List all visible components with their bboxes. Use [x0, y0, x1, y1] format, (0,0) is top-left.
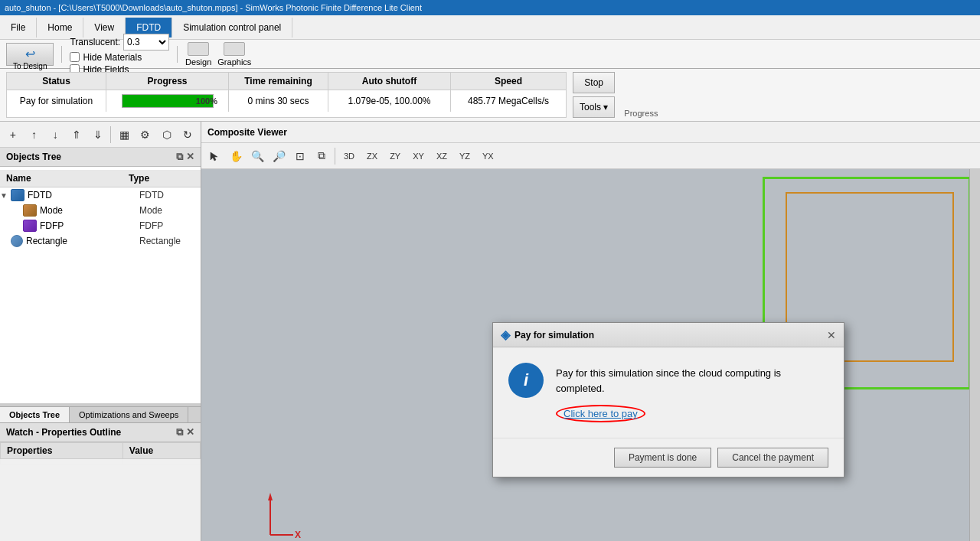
value-col-header: Value — [122, 443, 200, 459]
tab-objects-tree[interactable]: Objects Tree — [0, 407, 70, 422]
modal-close-button[interactable]: ✕ — [827, 330, 836, 341]
tree-row-mode[interactable]: Mode Mode — [0, 203, 201, 218]
tree-row-fdfp[interactable]: FDFP FDFP — [0, 218, 201, 233]
tab-optimizations[interactable]: Optimizations and Sweeps — [70, 407, 188, 422]
viewer-title: Composite Viewer — [207, 127, 287, 138]
translucent-select[interactable]: 0.3 — [123, 34, 169, 51]
modal-title: Pay for simulation — [514, 330, 594, 341]
to-design-button[interactable]: ↩ To Design — [6, 43, 54, 66]
viewer-header: Composite Viewer — [201, 122, 980, 143]
time-col-header: Time remaining — [229, 73, 328, 90]
svg-text:X: X — [295, 530, 301, 540]
controls-bar: ↩ To Design Translucent: 0.3 Hide Materi… — [0, 40, 980, 69]
modal-title-bar: ◈ Pay for simulation ✕ — [493, 323, 844, 347]
axes-display: X — [255, 489, 301, 541]
type-col-header: Type — [122, 171, 201, 185]
rect-icon — [11, 235, 23, 247]
fdfp-type: FDFP — [139, 220, 201, 231]
fdtd-icon — [11, 189, 24, 201]
objects-toolbar: + ↑ ↓ ⇑ ⇓ ▦ ⚙ ⬡ ↻ — [0, 122, 201, 148]
fdtd-arrow: ▼ — [0, 191, 11, 200]
separator-2 — [177, 46, 178, 63]
hide-materials-row[interactable]: Hide Materials — [70, 52, 169, 63]
close-panel-icon[interactable]: ✕ — [186, 151, 194, 163]
toolbar-refresh-button[interactable]: ↻ — [178, 125, 198, 145]
pay-link-circle: Click here to pay — [556, 405, 645, 422]
tool-yx[interactable]: YX — [477, 146, 499, 166]
tool-pointer[interactable] — [204, 146, 224, 166]
translucent-row: Translucent: 0.3 — [70, 34, 169, 51]
menu-file[interactable]: File — [0, 18, 37, 37]
hide-materials-checkbox[interactable] — [70, 52, 80, 62]
graphics-label[interactable]: Graphics — [217, 57, 251, 67]
menu-simulation[interactable]: Simulation control panel — [172, 18, 292, 37]
viewer-toolbar: ✋ 🔍 🔎 ⊡ ⧉ 3D ZX ZY XY XZ YZ YX — [201, 143, 980, 169]
objects-tree-label: Objects Tree — [6, 152, 61, 162]
watch-header-icons: ⧉ ✕ — [176, 426, 194, 438]
toolbar-sep-1 — [110, 126, 111, 143]
bottom-tabs: Objects Tree Optimizations and Sweeps — [0, 406, 201, 422]
title-text: auto_shuton - [C:\Users\T5000\Downloads\… — [5, 3, 422, 12]
title-bar: auto_shuton - [C:\Users\T5000\Downloads\… — [0, 0, 980, 15]
modal-info-icon: i — [508, 363, 544, 398]
name-col-header: Name — [0, 171, 122, 185]
watch-table: Properties Value — [0, 442, 201, 464]
mode-label: Mode — [40, 205, 139, 216]
panel-header-icons: ⧉ ✕ — [176, 151, 194, 163]
toolbar-export-button[interactable]: ⬡ — [157, 125, 177, 145]
status-col-header: Status — [7, 73, 106, 90]
rect-type: Rectangle — [139, 236, 201, 246]
tools-button[interactable]: Tools ▾ — [573, 96, 615, 118]
watch-val — [122, 459, 200, 464]
progress-section: Status Progress Time remaining Auto shut… — [0, 69, 980, 122]
watch-prop — [1, 459, 123, 464]
tool-zy[interactable]: ZY — [384, 146, 406, 166]
app-body: + ↑ ↓ ⇑ ⇓ ▦ ⚙ ⬡ ↻ Objects Tree ⧉ ✕ Name … — [0, 122, 980, 541]
tool-zoom-fit[interactable]: ⊡ — [290, 146, 310, 166]
svg-marker-3 — [268, 493, 273, 500]
toolbar-select-button[interactable]: ▦ — [114, 125, 134, 145]
properties-col-header: Properties — [1, 443, 123, 459]
fdtd-type: FDTD — [139, 190, 201, 200]
watch-close-icon[interactable]: ✕ — [186, 426, 194, 438]
separator-1 — [61, 46, 62, 63]
auto-value: 1.079e-05, 100.00% — [328, 90, 451, 112]
progress-label: Progress — [624, 109, 658, 118]
info-symbol: i — [524, 370, 528, 390]
tool-xy[interactable]: XY — [407, 146, 430, 166]
fdfp-label: FDFP — [40, 220, 139, 231]
tool-zoom-out[interactable]: 🔎 — [269, 146, 289, 166]
rect-label: Rectangle — [26, 236, 139, 246]
tool-yz[interactable]: YZ — [454, 146, 475, 166]
stop-button[interactable]: Stop — [573, 72, 615, 93]
watch-restore-icon[interactable]: ⧉ — [176, 426, 183, 438]
tree-row-fdtd[interactable]: ▼ FDTD FDTD — [0, 187, 201, 203]
toolbar-bottom-button[interactable]: ⇓ — [88, 125, 108, 145]
tool-3d[interactable]: 3D — [338, 146, 360, 166]
toolbar-top-button[interactable]: ⇑ — [67, 125, 87, 145]
toolbar-settings-button[interactable]: ⚙ — [136, 125, 155, 145]
tool-zoom-in[interactable]: 🔍 — [247, 146, 267, 166]
cancel-payment-button[interactable]: Cancel the payment — [717, 448, 828, 468]
toolbar-move-down-button[interactable]: ↓ — [45, 125, 65, 145]
tool-zx[interactable]: ZX — [361, 146, 383, 166]
mode-type: Mode — [139, 205, 201, 216]
scrollbar[interactable] — [969, 169, 980, 541]
tree-row-rectangle[interactable]: Rectangle Rectangle — [0, 233, 201, 249]
tool-xz[interactable]: XZ — [431, 146, 452, 166]
speed-col-header: Speed — [451, 73, 566, 90]
pay-link[interactable]: Click here to pay — [564, 408, 638, 419]
translucent-label: Translucent: — [70, 37, 120, 47]
tool-zoom-region[interactable]: ⧉ — [312, 146, 332, 166]
tree-area: Name Type ▼ FDTD FDTD Mode Mode — [0, 167, 201, 403]
modal-title-left: ◈ Pay for simulation — [501, 328, 594, 342]
objects-tree-header: Objects Tree ⧉ ✕ — [0, 148, 201, 167]
restore-icon[interactable]: ⧉ — [176, 151, 183, 163]
toolbar-add-button[interactable]: + — [3, 125, 23, 145]
design-label[interactable]: Design — [185, 57, 211, 67]
tool-hand[interactable]: ✋ — [226, 146, 246, 166]
modal-link-area: Click here to pay — [556, 402, 828, 422]
toolbar-move-up-button[interactable]: ↑ — [24, 125, 44, 145]
viewer-sep-1 — [335, 148, 335, 165]
payment-done-button[interactable]: Payment is done — [614, 448, 711, 468]
